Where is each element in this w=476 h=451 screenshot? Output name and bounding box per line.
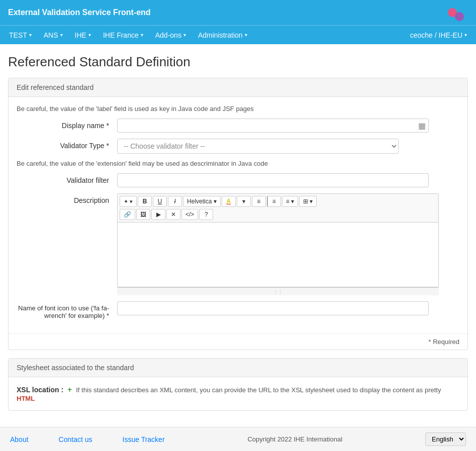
nav-item-addons[interactable]: Add-ons ▾	[150, 27, 191, 43]
plus-icon: +	[67, 385, 72, 394]
xsl-description: If this standard describes an XML conten…	[17, 386, 441, 402]
nav-item-ihe-france[interactable]: IHE France ▾	[98, 27, 148, 43]
font-icon-input[interactable]	[117, 301, 429, 315]
chevron-down-icon: ▾	[245, 32, 247, 38]
footer: About Contact us Issue Tracker Copyright…	[0, 427, 476, 451]
description-editor[interactable]	[117, 222, 439, 287]
video-btn[interactable]: ▶	[151, 209, 165, 220]
top-bar: External Validation Service Front-end	[0, 0, 476, 25]
nav-items: TEST ▾ ANS ▾ IHE ▾ IHE France ▾ Add-ons …	[4, 27, 252, 43]
font-color-arrow-btn[interactable]: ▾	[237, 196, 251, 207]
bold-btn[interactable]: B	[138, 196, 152, 207]
nav-item-ihe[interactable]: IHE ▾	[70, 27, 96, 43]
chevron-down-icon: ▾	[141, 32, 143, 38]
list-ordered-btn[interactable]: ≡	[267, 196, 281, 207]
description-label: Description	[17, 193, 117, 204]
edit-icon: ▦	[418, 121, 426, 131]
validator-type-row: Validator Type * -- Choose validator fil…	[17, 139, 459, 154]
link-btn[interactable]: 🔗	[120, 209, 135, 220]
table-btn[interactable]: ⊞ ▾	[299, 196, 317, 207]
xsl-card-header: Stylesheet associated to the standard	[9, 359, 467, 377]
warning-label-text: Be careful, the value of the 'label' fie…	[17, 105, 459, 112]
app-logo	[448, 8, 468, 17]
language-select[interactable]: English	[425, 432, 466, 446]
magic-btn[interactable]: ✦ ▾	[120, 196, 137, 207]
warning-extension-text: Be careful, the value of the 'extension'…	[17, 160, 459, 167]
logo-purple-circle	[455, 12, 464, 21]
xsl-label: XSL location :	[17, 386, 63, 394]
nav-bar: TEST ▾ ANS ▾ IHE ▾ IHE France ▾ Add-ons …	[0, 25, 476, 44]
contact-link[interactable]: Contact us	[59, 435, 92, 443]
help-btn[interactable]: ?	[199, 209, 213, 220]
display-name-wrapper: ▦	[117, 119, 429, 133]
display-name-label: Display name *	[17, 119, 117, 130]
edit-standard-card: Edit referenced standard Be careful, the…	[8, 78, 468, 350]
toolbar-row-2: 🔗 🖼 ▶ ✕ </> ?	[120, 209, 436, 220]
copyright-text: Copyright 2022 IHE International	[247, 435, 342, 443]
issue-tracker-link[interactable]: Issue Tracker	[123, 435, 165, 443]
description-row: Description ✦ ▾ B U I Helvetica ▾ A ▾ ≡	[17, 193, 459, 295]
resize-handle: ⋮⋮	[117, 287, 439, 295]
xsl-card: Stylesheet associated to the standard XS…	[8, 358, 468, 411]
page-title: Referenced Standard Definition	[8, 54, 468, 70]
edit-card-header: Edit referenced standard	[9, 78, 467, 97]
display-name-input[interactable]	[117, 119, 429, 133]
validator-type-select[interactable]: -- Choose validator filter --	[117, 139, 399, 154]
source-btn[interactable]: </>	[181, 209, 198, 220]
validator-type-label: Validator Type *	[17, 139, 117, 150]
font-icon-row: Name of font icon to use ('fa fa-wrench'…	[17, 301, 459, 319]
xsl-card-body: XSL location : + If this standard descri…	[9, 377, 467, 410]
image-btn[interactable]: 🖼	[136, 209, 150, 220]
chevron-down-icon: ▾	[29, 32, 32, 38]
required-note: * Required	[9, 333, 467, 350]
validator-filter-row: Validator filter	[17, 173, 459, 187]
rich-toolbar: ✦ ▾ B U I Helvetica ▾ A ▾ ≡ ≡ ≡ ▾ ⊞ ▾	[117, 193, 439, 222]
font-select-btn[interactable]: Helvetica ▾	[183, 196, 221, 207]
display-name-row: Display name * ▦	[17, 119, 459, 133]
footer-links: About Contact us Issue Tracker	[10, 435, 165, 443]
toolbar-row-1: ✦ ▾ B U I Helvetica ▾ A ▾ ≡ ≡ ≡ ▾ ⊞ ▾	[120, 196, 436, 207]
xsl-html-label: HTML	[17, 395, 35, 402]
chevron-down-icon: ▾	[183, 32, 186, 38]
nav-item-ans[interactable]: ANS ▾	[39, 27, 68, 43]
nav-item-administration[interactable]: Administration ▾	[193, 27, 252, 43]
chevron-down-icon: ▾	[88, 32, 91, 38]
user-menu[interactable]: ceoche / IHE-EU ▾	[405, 27, 472, 43]
app-title: External Validation Service Front-end	[8, 8, 151, 17]
main-content: Referenced Standard Definition Edit refe…	[0, 44, 476, 451]
remove-format-btn[interactable]: ✕	[166, 209, 180, 220]
list-unordered-btn[interactable]: ≡	[252, 196, 266, 207]
chevron-down-icon: ▾	[60, 32, 63, 38]
align-btn[interactable]: ≡ ▾	[282, 196, 298, 207]
font-icon-label: Name of font icon to use ('fa fa-wrench'…	[17, 301, 117, 319]
validator-filter-label: Validator filter	[17, 173, 117, 184]
nav-item-test[interactable]: TEST ▾	[4, 27, 37, 43]
chevron-down-icon: ▾	[464, 32, 467, 38]
underline-btn[interactable]: U	[153, 196, 167, 207]
rich-editor-wrapper: ✦ ▾ B U I Helvetica ▾ A ▾ ≡ ≡ ≡ ▾ ⊞ ▾	[117, 193, 439, 295]
language-selector[interactable]: English	[425, 432, 466, 446]
strikethrough-btn[interactable]: I	[168, 196, 182, 207]
font-color-btn[interactable]: A	[222, 196, 236, 207]
about-link[interactable]: About	[10, 435, 29, 443]
validator-filter-input[interactable]	[117, 173, 429, 187]
edit-card-body: Be careful, the value of the 'label' fie…	[9, 97, 467, 333]
